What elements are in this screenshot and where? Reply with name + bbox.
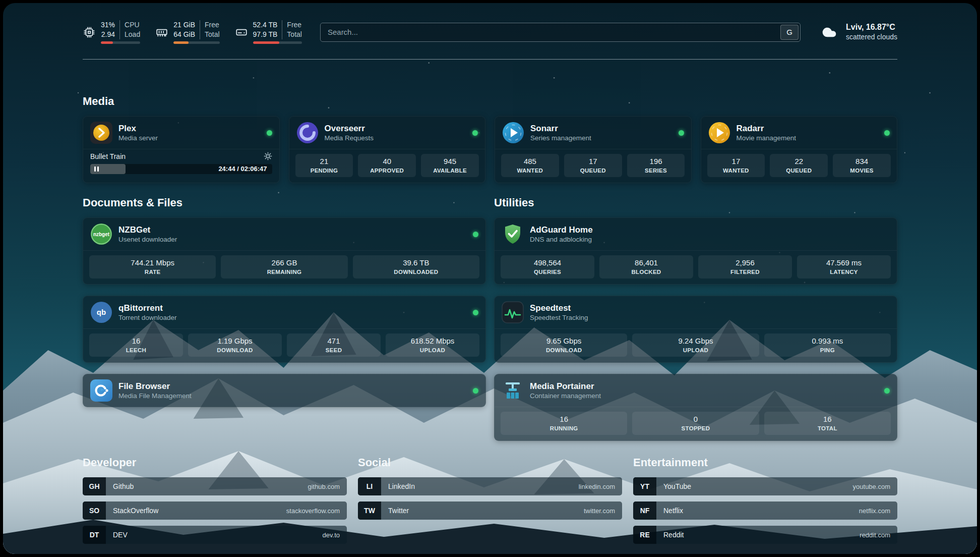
nzbget-icon: nzbget [90,223,112,245]
stat-label: REMAINING [223,268,345,275]
stat-value: 471 [289,337,379,346]
stat-label: UPLOAD [634,347,757,354]
weather-widget: Lviv, 16.87°C scattered clouds [819,22,897,42]
stat-box: 16 RUNNING [501,412,627,435]
twitter-icon: TW [358,502,381,520]
stat-value: 0.993 ms [766,337,889,346]
bookmark-youtube[interactable]: YT YouTube youtube.com [633,477,897,495]
app-subtitle: DNS and adblocking [530,235,593,244]
status-dot [267,130,272,136]
app-card-adguard[interactable]: AdGuard Home DNS and adblocking 498,564 … [494,217,897,285]
qbittorrent-icon: qb [90,301,112,323]
app-card-radarr[interactable]: Radarr Movie management 17 WANTED 22 QUE… [701,116,898,183]
stat-value: 16 [766,415,889,424]
cpu-load-value: 2.94 [101,30,115,39]
stat-box: 47.569 ms LATENCY [797,255,891,278]
portainer-crane-icon [502,379,524,402]
system-stats: 31% 2.94 CPU Load [83,20,302,44]
stat-box: 16 TOTAL [764,412,891,435]
bookmark-linkedin[interactable]: LI LinkedIn linkedin.com [358,477,622,495]
app-card-portainer[interactable]: Media Portainer Container management 16 … [494,374,897,441]
status-dot [472,130,478,136]
media-grid: Plex Media server Bullet Train [83,116,897,183]
app-card-qbittorrent[interactable]: qb qBittorrent Torrent downloader 16 LEE… [83,296,486,363]
search-bar: G [320,23,801,42]
search-input[interactable] [321,23,779,41]
card-head: Plex Media server [83,117,279,149]
stat-value: 945 [423,157,477,166]
ram-free-label: Free [205,20,220,30]
stat-box: 21 PENDING [295,154,353,177]
widget-settings-gear-icon[interactable] [264,152,272,160]
bookmark-twitter[interactable]: TW Twitter twitter.com [358,502,622,520]
app-card-speedtest[interactable]: Speedtest Speedtest Tracking 9.65 Gbps D… [494,296,897,363]
stat-label: SERIES [629,167,683,174]
stat-value: 1.19 Gbps [190,337,280,346]
app-card-sonarr[interactable]: Sonarr Series management 485 WANTED 17 Q… [495,116,692,183]
cpu-stat: 31% 2.94 CPU Load [83,20,140,44]
cpu-label: CPU [125,20,140,30]
app-card-filebrowser[interactable]: File Browser Media File Management [83,374,486,407]
stat-box: 22 QUEUED [770,154,828,177]
app-subtitle: Speedtest Tracking [530,313,588,322]
stat-value: 485 [503,157,557,166]
stat-box: 39.6 TB DOWNLOADED [353,255,479,278]
adguard-shield-icon [502,223,524,245]
status-dot [884,130,890,136]
bookmark-url: youtube.com [853,483,890,490]
speedtest-waveform-icon [502,301,524,323]
stat-label: FILTERED [700,268,790,275]
memory-icon [155,26,168,39]
weather-location: Lviv, 16.87°C [846,22,897,32]
stat-label: QUEUED [566,167,620,174]
section-title-media: Media [83,95,897,108]
bookmark-name: YouTube [663,482,691,490]
bookmark-stackoverflow[interactable]: SO StackOverflow stackoverflow.com [83,502,347,520]
stat-value: 16 [503,415,625,424]
stat-label: STOPPED [634,425,757,432]
dev-icon: DT [83,526,106,544]
bookmark-dev[interactable]: DT DEV dev.to [83,526,347,544]
bookmark-github[interactable]: GH Github github.com [83,477,347,495]
stat-value: 196 [629,157,683,166]
section-title-utilities: Utilities [494,196,897,209]
app-card-nzbget[interactable]: nzbget NZBGet Usenet downloader 744.21 M… [83,217,486,285]
status-dot [473,388,478,394]
stat-value: 39.6 TB [355,258,477,267]
stat-value: 47.569 ms [799,258,889,267]
bookmark-netflix[interactable]: NF Netflix netflix.com [633,502,897,520]
stat-value: 21 [297,157,351,166]
stat-label: LATENCY [799,268,889,275]
stat-box: 17 WANTED [707,154,765,177]
stat-value: 9.24 Gbps [634,337,757,346]
bookmark-name: DEV [113,531,128,539]
documents-column: Documents & Files nzbget NZBGet [83,196,486,407]
social-column: Social LI LinkedIn linkedin.com TW Twitt… [358,456,622,520]
bookmark-reddit[interactable]: RE Reddit reddit.com [633,526,897,544]
playback-time: 24:44 / 02:06:47 [218,164,267,174]
stat-value: 2,956 [700,258,790,267]
stat-box: 17 QUEUED [564,154,622,177]
search-engine-button[interactable]: G [780,25,799,40]
stat-box: 1.19 Gbps DOWNLOAD [188,333,282,357]
app-card-plex[interactable]: Plex Media server Bullet Train [83,116,280,183]
stat-label: MOVIES [835,167,889,174]
ram-total-value: 64 GiB [173,30,195,39]
ram-total-label: Total [205,30,220,39]
disk-total-label: Total [287,30,302,39]
stat-box: 485 WANTED [501,154,559,177]
svg-text:nzbget: nzbget [93,232,110,237]
disk-stat: 52.4 TB 97.9 TB Free Total [235,20,302,44]
app-name: AdGuard Home [530,225,593,235]
cpu-load-label: Load [125,30,140,39]
app-card-overseerr[interactable]: Overseerr Media Requests 21 PENDING 40 A… [289,116,486,183]
stat-value: 0 [634,415,757,424]
stat-box: 2,956 FILTERED [698,255,792,278]
stat-box: 498,564 QUERIES [501,255,594,278]
stat-value: 86,401 [601,258,691,267]
disk-total-value: 97.9 TB [253,30,278,39]
stat-value: 834 [835,157,889,166]
card-head: Speedtest Speedtest Tracking [495,296,897,329]
stat-value: 744.21 Mbps [91,258,214,267]
stat-label: PENDING [297,167,351,174]
